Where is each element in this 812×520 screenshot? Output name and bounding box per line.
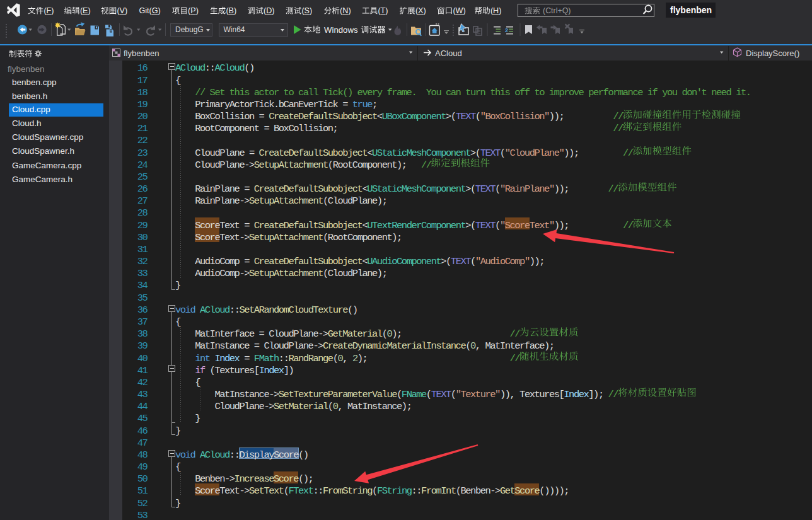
svg-text:2: 2 (505, 27, 508, 33)
